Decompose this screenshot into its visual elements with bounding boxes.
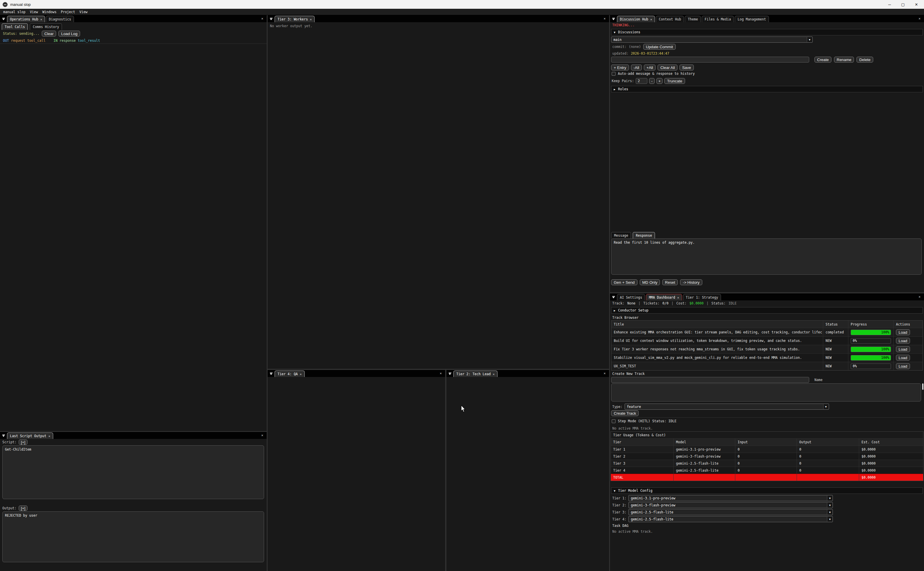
tab-comms-history[interactable]: Comms History xyxy=(30,23,62,30)
menu-item-view-2[interactable]: View xyxy=(80,10,88,14)
keep-pairs-input[interactable] xyxy=(636,78,647,84)
dock-menu-icon[interactable] xyxy=(611,295,616,299)
create-button[interactable]: Create xyxy=(815,57,832,63)
tab-tier4-qa[interactable]: Tier 4: QA ✕ xyxy=(275,370,305,377)
table-row[interactable]: Build UI for context window utilization,… xyxy=(611,336,922,345)
table-row[interactable]: Fix Tier 3 worker responses not reaching… xyxy=(611,345,922,353)
table-row[interactable]: UX_SIM_TEST NEW 0% Load xyxy=(611,362,922,370)
reset-button[interactable]: Reset xyxy=(662,279,678,285)
dock-menu-icon[interactable] xyxy=(448,371,452,376)
tab-tier3-workers[interactable]: Tier 3: Workers ✕ xyxy=(275,16,315,22)
tab-mma-dashboard[interactable]: MMA Dashboard ✕ xyxy=(646,294,682,300)
maximize-button[interactable]: ▢ xyxy=(896,0,909,9)
tab-close-icon[interactable]: ✕ xyxy=(650,17,652,21)
menu-item-manual-slop[interactable]: manual slop xyxy=(3,10,25,14)
tab-discussion-hub[interactable]: Discussion Hub ✕ xyxy=(617,16,655,22)
discussions-section-header[interactable]: ▼ Discussions xyxy=(611,29,923,35)
conductor-setup-header[interactable]: ▶ Conductor Setup xyxy=(611,307,923,313)
tier1-model-select[interactable]: gemini-3.1-pro-preview ▼ xyxy=(628,495,833,501)
dock-menu-icon[interactable] xyxy=(1,434,6,438)
output-expand-button[interactable]: [+] xyxy=(19,506,27,511)
autoadd-checkbox[interactable] xyxy=(612,72,616,76)
script-expand-button[interactable]: [+] xyxy=(19,440,27,445)
to-history-button[interactable]: -> History xyxy=(680,279,702,285)
script-output-panel-close-icon[interactable]: ✕ xyxy=(261,434,263,437)
tab-message[interactable]: Message xyxy=(611,232,631,238)
update-commit-button[interactable]: Update Commit xyxy=(643,44,676,50)
tab-last-script-output[interactable]: Last Script Output ✕ xyxy=(7,432,53,439)
tool-call-log-entry[interactable]: OUT request tool_call xyxy=(3,39,46,43)
tier3-model-select[interactable]: gemini-2.5-flash-lite ▼ xyxy=(628,509,833,515)
tab-close-icon[interactable]: ✕ xyxy=(40,17,42,21)
remove-all-button[interactable]: -All xyxy=(631,65,642,70)
discussion-select[interactable]: main ▼ xyxy=(611,37,813,43)
increment-button[interactable]: + xyxy=(656,78,663,84)
mma-panel-close-icon[interactable]: ✕ xyxy=(918,295,921,299)
tab-close-icon[interactable]: ✕ xyxy=(300,372,302,376)
table-row[interactable]: Enhance existing MMA orchestration GUI: … xyxy=(611,328,922,336)
tab-close-icon[interactable]: ✕ xyxy=(48,434,50,438)
menu-item-view[interactable]: View xyxy=(30,10,38,14)
tool-result-log-entry[interactable]: IN response tool_result xyxy=(54,39,100,43)
new-track-name-input[interactable] xyxy=(611,377,809,383)
load-track-button[interactable]: Load xyxy=(896,346,910,352)
tab-close-icon[interactable]: ✕ xyxy=(677,296,679,299)
tier4-model-select[interactable]: gemini-2.5-flash-lite ▼ xyxy=(628,516,833,522)
tier2-model-select[interactable]: gemini-3-flash-preview ▼ xyxy=(628,502,833,508)
md-only-button[interactable]: MD Only xyxy=(640,279,660,285)
load-track-button[interactable]: Load xyxy=(896,338,910,344)
operations-panel-close-icon[interactable]: ✕ xyxy=(261,17,263,20)
load-log-button[interactable]: Load Log xyxy=(59,31,80,37)
load-track-button[interactable]: Load xyxy=(896,329,910,335)
load-track-button[interactable]: Load xyxy=(896,363,910,369)
dock-menu-icon[interactable] xyxy=(269,371,273,376)
output-text-area[interactable]: REJECTED by user xyxy=(2,511,264,562)
workers-panel-close-icon[interactable]: ✕ xyxy=(604,17,605,20)
scrollbar-thumb[interactable] xyxy=(922,383,923,390)
tab-close-icon[interactable]: ✕ xyxy=(310,17,312,21)
discussion-name-input[interactable] xyxy=(611,57,809,63)
menu-item-project[interactable]: Project xyxy=(61,10,75,14)
menu-item-windows[interactable]: Windows xyxy=(42,10,56,14)
qa-panel-close-icon[interactable]: ✕ xyxy=(440,371,442,375)
clear-button[interactable]: Clear xyxy=(42,31,56,37)
dock-menu-icon[interactable] xyxy=(611,17,616,21)
dock-menu-icon[interactable] xyxy=(269,17,273,21)
discussion-panel-close-icon[interactable]: ✕ xyxy=(918,17,921,20)
add-all-button[interactable]: +All xyxy=(644,65,656,70)
add-entry-button[interactable]: + Entry xyxy=(611,65,629,70)
roles-section-header[interactable]: ▶ Roles xyxy=(611,86,923,93)
tab-tier1-strategy[interactable]: Tier 1: Strategy xyxy=(683,294,721,300)
minimize-button[interactable]: ─ xyxy=(883,0,896,9)
tab-tool-calls[interactable]: Tool Calls xyxy=(2,23,28,30)
clear-all-button[interactable]: Clear All xyxy=(658,65,678,70)
tab-close-icon[interactable]: ✕ xyxy=(493,372,494,376)
tab-tier2-tech-lead[interactable]: Tier 2: Tech Lead ✕ xyxy=(453,370,497,377)
delete-button[interactable]: Delete xyxy=(856,57,873,63)
track-type-select[interactable]: feature ▼ xyxy=(625,404,829,410)
tab-response[interactable]: Response xyxy=(633,232,654,238)
table-row[interactable]: Stabilize visual_sim_mma_v2.py and mock_… xyxy=(611,353,922,362)
gen-send-button[interactable]: Gen + Send xyxy=(611,279,638,285)
create-track-button[interactable]: Create Track xyxy=(611,410,639,416)
rename-button[interactable]: Rename xyxy=(834,57,854,63)
save-button[interactable]: Save xyxy=(679,65,693,70)
script-text-area[interactable]: Get-ChildItem xyxy=(2,445,264,499)
tech-lead-panel-close-icon[interactable]: ✕ xyxy=(604,371,605,375)
truncate-button[interactable]: Truncate xyxy=(664,78,685,84)
new-track-description-area[interactable] xyxy=(611,383,921,401)
message-text-area[interactable]: Read the first 10 lines of aggregate.py. xyxy=(611,238,922,275)
tab-theme[interactable]: Theme xyxy=(685,16,701,22)
tab-operations-hub[interactable]: Operations Hub ✕ xyxy=(7,16,45,22)
tab-log-management[interactable]: Log Management xyxy=(735,16,769,22)
decrement-button[interactable]: - xyxy=(649,78,654,84)
load-track-button[interactable]: Load xyxy=(896,355,910,361)
tab-ai-settings[interactable]: AI Settings xyxy=(617,294,645,300)
tab-context-hub[interactable]: Context Hub xyxy=(656,16,684,22)
close-button[interactable]: ✕ xyxy=(910,0,923,9)
tier-model-config-header[interactable]: ▼ Tier Model Config xyxy=(611,488,923,494)
tab-files-media[interactable]: Files & Media xyxy=(702,16,734,22)
step-mode-checkbox[interactable] xyxy=(612,419,616,423)
tab-diagnostics[interactable]: Diagnostics xyxy=(46,16,74,22)
dock-menu-icon[interactable] xyxy=(1,17,6,21)
